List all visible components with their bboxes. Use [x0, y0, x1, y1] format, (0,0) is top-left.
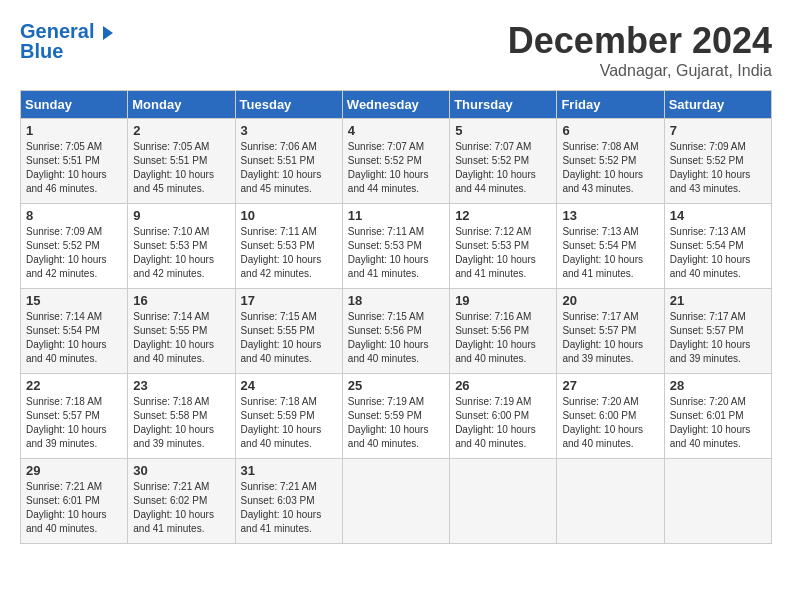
- table-row: 24Sunrise: 7:18 AMSunset: 5:59 PMDayligh…: [235, 374, 342, 459]
- table-row: 1Sunrise: 7:05 AMSunset: 5:51 PMDaylight…: [21, 119, 128, 204]
- table-row: 4Sunrise: 7:07 AMSunset: 5:52 PMDaylight…: [342, 119, 449, 204]
- table-row: 14Sunrise: 7:13 AMSunset: 5:54 PMDayligh…: [664, 204, 771, 289]
- table-row: 17Sunrise: 7:15 AMSunset: 5:55 PMDayligh…: [235, 289, 342, 374]
- table-row: 8Sunrise: 7:09 AMSunset: 5:52 PMDaylight…: [21, 204, 128, 289]
- table-row: 25Sunrise: 7:19 AMSunset: 5:59 PMDayligh…: [342, 374, 449, 459]
- col-thursday: Thursday: [450, 91, 557, 119]
- month-title: December 2024: [508, 20, 772, 62]
- col-tuesday: Tuesday: [235, 91, 342, 119]
- calendar-table: Sunday Monday Tuesday Wednesday Thursday…: [20, 90, 772, 544]
- table-row: 20Sunrise: 7:17 AMSunset: 5:57 PMDayligh…: [557, 289, 664, 374]
- table-row: 6Sunrise: 7:08 AMSunset: 5:52 PMDaylight…: [557, 119, 664, 204]
- col-monday: Monday: [128, 91, 235, 119]
- table-row: 22Sunrise: 7:18 AMSunset: 5:57 PMDayligh…: [21, 374, 128, 459]
- table-row: [342, 459, 449, 544]
- table-row: 31Sunrise: 7:21 AMSunset: 6:03 PMDayligh…: [235, 459, 342, 544]
- table-row: 30Sunrise: 7:21 AMSunset: 6:02 PMDayligh…: [128, 459, 235, 544]
- title-block: December 2024 Vadnagar, Gujarat, India: [508, 20, 772, 80]
- table-row: 19Sunrise: 7:16 AMSunset: 5:56 PMDayligh…: [450, 289, 557, 374]
- table-row: 23Sunrise: 7:18 AMSunset: 5:58 PMDayligh…: [128, 374, 235, 459]
- table-row: 13Sunrise: 7:13 AMSunset: 5:54 PMDayligh…: [557, 204, 664, 289]
- table-row: 3Sunrise: 7:06 AMSunset: 5:51 PMDaylight…: [235, 119, 342, 204]
- col-sunday: Sunday: [21, 91, 128, 119]
- table-row: 12Sunrise: 7:12 AMSunset: 5:53 PMDayligh…: [450, 204, 557, 289]
- table-row: 21Sunrise: 7:17 AMSunset: 5:57 PMDayligh…: [664, 289, 771, 374]
- table-row: 7Sunrise: 7:09 AMSunset: 5:52 PMDaylight…: [664, 119, 771, 204]
- table-row: [664, 459, 771, 544]
- table-row: 10Sunrise: 7:11 AMSunset: 5:53 PMDayligh…: [235, 204, 342, 289]
- table-row: [557, 459, 664, 544]
- logo: General Blue: [20, 20, 113, 62]
- table-row: 2Sunrise: 7:05 AMSunset: 5:51 PMDaylight…: [128, 119, 235, 204]
- table-row: 16Sunrise: 7:14 AMSunset: 5:55 PMDayligh…: [128, 289, 235, 374]
- table-row: 26Sunrise: 7:19 AMSunset: 6:00 PMDayligh…: [450, 374, 557, 459]
- table-row: 18Sunrise: 7:15 AMSunset: 5:56 PMDayligh…: [342, 289, 449, 374]
- col-friday: Friday: [557, 91, 664, 119]
- table-row: 29Sunrise: 7:21 AMSunset: 6:01 PMDayligh…: [21, 459, 128, 544]
- table-row: 28Sunrise: 7:20 AMSunset: 6:01 PMDayligh…: [664, 374, 771, 459]
- location: Vadnagar, Gujarat, India: [508, 62, 772, 80]
- table-row: [450, 459, 557, 544]
- table-row: 9Sunrise: 7:10 AMSunset: 5:53 PMDaylight…: [128, 204, 235, 289]
- col-saturday: Saturday: [664, 91, 771, 119]
- table-row: 27Sunrise: 7:20 AMSunset: 6:00 PMDayligh…: [557, 374, 664, 459]
- col-wednesday: Wednesday: [342, 91, 449, 119]
- page-header: General Blue December 2024 Vadnagar, Guj…: [20, 20, 772, 80]
- table-row: 11Sunrise: 7:11 AMSunset: 5:53 PMDayligh…: [342, 204, 449, 289]
- table-row: 15Sunrise: 7:14 AMSunset: 5:54 PMDayligh…: [21, 289, 128, 374]
- table-row: 5Sunrise: 7:07 AMSunset: 5:52 PMDaylight…: [450, 119, 557, 204]
